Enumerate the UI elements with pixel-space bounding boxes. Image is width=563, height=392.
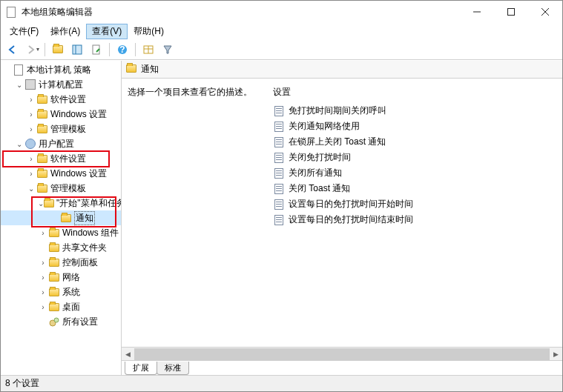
toolbar: ▾ ? (1, 39, 562, 60)
setting-item[interactable]: 关闭免打扰时间 (273, 150, 556, 165)
settings-header: 设置 (273, 86, 556, 99)
tree-network[interactable]: ›网络 (1, 270, 121, 285)
policy-icon (273, 167, 285, 179)
tree-cc-windows[interactable]: ›Windows 设置 (1, 107, 121, 122)
status-text: 8 个设置 (5, 377, 39, 390)
tree-desktop[interactable]: ›桌面 (1, 299, 121, 314)
expand-icon[interactable]: › (26, 125, 36, 133)
template-button[interactable] (139, 41, 157, 58)
tree-cc-software[interactable]: ›软件设置 (1, 92, 121, 107)
main-split: 本地计算机 策略 ⌄计算机配置 ›软件设置 ›Windows 设置 ›管理模板 … (1, 60, 562, 375)
view-tabs: 扩展 标准 (122, 360, 562, 375)
forward-button[interactable]: ▾ (23, 41, 41, 58)
scroll-right-icon[interactable]: ▶ (550, 351, 562, 358)
setting-item[interactable]: 关闭通知网络使用 (273, 119, 556, 134)
help-button[interactable]: ? (113, 41, 131, 58)
menu-view[interactable]: 查看(V) (86, 24, 128, 39)
content-body: 选择一个项目来查看它的描述。 设置 免打扰时间期间关闭呼叫 关闭通知网络使用 在… (122, 79, 562, 347)
setting-item[interactable]: 在锁屏上关闭 Toast 通知 (273, 134, 556, 150)
back-button[interactable] (4, 41, 22, 58)
show-hide-tree-button[interactable] (68, 41, 86, 58)
setting-item[interactable]: 免打扰时间期间关闭呼叫 (273, 103, 556, 119)
scroll-left-icon[interactable]: ◀ (122, 351, 134, 358)
tree-start-menu[interactable]: ⌄"开始"菜单和任务栏 (1, 196, 121, 210)
window-controls (460, 1, 562, 23)
maximize-button[interactable] (494, 1, 528, 23)
policy-icon (273, 214, 285, 226)
tree-win-components[interactable]: ›Windows 组件 (1, 225, 121, 240)
content-title: 通知 (141, 63, 159, 76)
setting-item[interactable]: 关闭 Toast 通知 (273, 181, 556, 196)
tree-uc-windows[interactable]: ›Windows 设置 (1, 166, 121, 181)
svg-rect-4 (73, 45, 82, 54)
policy-icon (273, 105, 285, 117)
settings-column: 设置 免打扰时间期间关闭呼叫 关闭通知网络使用 在锁屏上关闭 Toast 通知 … (273, 86, 556, 339)
tree-uc-templates[interactable]: ⌄管理模板 (1, 181, 121, 196)
expand-icon[interactable]: › (38, 273, 48, 282)
tree-shared-folders[interactable]: 共享文件夹 (1, 240, 121, 255)
horizontal-scrollbar[interactable]: ◀ ▶ (122, 347, 562, 360)
expand-icon[interactable]: › (38, 259, 48, 267)
policy-icon (273, 121, 285, 133)
setting-item[interactable]: 关闭所有通知 (273, 165, 556, 181)
svg-text:?: ? (119, 44, 125, 55)
collapse-icon[interactable]: ⌄ (26, 185, 36, 193)
expand-icon[interactable]: › (26, 96, 36, 104)
tab-standard[interactable]: 标准 (157, 362, 189, 375)
tree-cc-templates[interactable]: ›管理模板 (1, 122, 121, 136)
policy-icon (273, 136, 285, 148)
expand-icon[interactable]: › (38, 288, 48, 296)
tree-pane[interactable]: 本地计算机 策略 ⌄计算机配置 ›软件设置 ›Windows 设置 ›管理模板 … (1, 61, 122, 375)
svg-rect-1 (508, 9, 515, 16)
menubar: 文件(F) 操作(A) 查看(V) 帮助(H) (1, 23, 562, 39)
svg-point-13 (54, 318, 59, 322)
export-list-button[interactable] (88, 41, 105, 58)
scroll-thumb[interactable] (134, 348, 550, 360)
tree-uc-software[interactable]: ›软件设置 (1, 151, 121, 166)
tree-all-settings[interactable]: 所有设置 (1, 314, 121, 329)
tree-computer-config[interactable]: ⌄计算机配置 (1, 77, 121, 92)
policy-icon (273, 152, 285, 164)
tree-system[interactable]: ›系统 (1, 285, 121, 299)
setting-item[interactable]: 设置每日的免打扰时间开始时间 (273, 196, 556, 212)
statusbar: 8 个设置 (1, 375, 562, 391)
menu-file[interactable]: 文件(F) (4, 24, 45, 39)
filter-button[interactable] (159, 41, 177, 58)
app-icon (5, 6, 17, 18)
expand-icon[interactable]: › (26, 170, 36, 178)
content-header: 通知 (122, 61, 562, 79)
expand-icon[interactable]: › (38, 303, 48, 311)
policy-icon (273, 199, 285, 210)
setting-item[interactable]: 设置每日的免打扰时间结束时间 (273, 212, 556, 227)
expand-icon[interactable]: › (26, 110, 36, 119)
close-button[interactable] (528, 1, 562, 23)
minimize-button[interactable] (460, 1, 494, 23)
titlebar: 本地组策略编辑器 (1, 1, 562, 23)
content-pane: 通知 选择一个项目来查看它的描述。 设置 免打扰时间期间关闭呼叫 关闭通知网络使… (122, 61, 562, 375)
collapse-icon[interactable]: ⌄ (38, 199, 44, 207)
folder-icon (126, 64, 136, 75)
collapse-icon[interactable]: ⌄ (14, 81, 24, 89)
tab-extended[interactable]: 扩展 (125, 362, 157, 375)
tree-notifications[interactable]: 通知 (1, 210, 121, 225)
tree-root[interactable]: 本地计算机 策略 (1, 62, 121, 77)
collapse-icon[interactable]: ⌄ (14, 140, 24, 148)
tree-user-config[interactable]: ⌄用户配置 (1, 136, 121, 151)
expand-icon[interactable]: › (26, 155, 36, 163)
policy-icon (273, 183, 285, 195)
window-title: 本地组策略编辑器 (22, 6, 460, 19)
description-column: 选择一个项目来查看它的描述。 (128, 86, 273, 339)
menu-help[interactable]: 帮助(H) (128, 24, 170, 39)
description-prompt: 选择一个项目来查看它的描述。 (128, 86, 266, 99)
up-button[interactable] (49, 41, 67, 58)
tree-control-panel[interactable]: ›控制面板 (1, 255, 121, 270)
expand-icon[interactable]: › (38, 229, 48, 237)
menu-action[interactable]: 操作(A) (45, 24, 86, 39)
